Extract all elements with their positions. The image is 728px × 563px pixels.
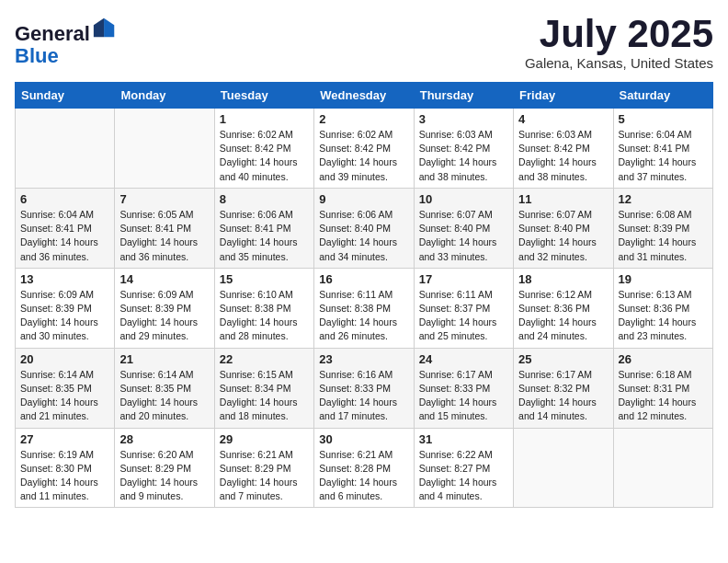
day-number: 22 [220, 352, 309, 366]
month-title: July 2025 [525, 15, 713, 53]
page-header: General Blue July 2025 Galena, Kansas, U… [15, 15, 713, 71]
weekday-header: Monday [115, 83, 214, 109]
title-block: July 2025 Galena, Kansas, United States [525, 15, 713, 71]
calendar-cell: 3Sunrise: 6:03 AM Sunset: 8:42 PM Daylig… [414, 109, 513, 189]
day-info: Sunrise: 6:17 AM Sunset: 8:33 PM Dayligh… [419, 368, 508, 424]
day-info: Sunrise: 6:08 AM Sunset: 8:39 PM Dayligh… [619, 208, 708, 264]
day-number: 24 [419, 352, 508, 366]
day-number: 18 [518, 272, 608, 286]
calendar-cell: 20Sunrise: 6:14 AM Sunset: 8:35 PM Dayli… [16, 348, 115, 428]
calendar-cell [16, 109, 115, 189]
calendar-cell: 23Sunrise: 6:16 AM Sunset: 8:33 PM Dayli… [314, 348, 414, 428]
day-number: 5 [619, 112, 708, 126]
day-info: Sunrise: 6:03 AM Sunset: 8:42 PM Dayligh… [419, 128, 508, 184]
day-info: Sunrise: 6:14 AM Sunset: 8:35 PM Dayligh… [20, 368, 109, 424]
day-number: 30 [319, 432, 408, 446]
weekday-header: Thursday [414, 83, 513, 109]
calendar-cell: 15Sunrise: 6:10 AM Sunset: 8:38 PM Dayli… [214, 268, 313, 348]
calendar-header-row: SundayMondayTuesdayWednesdayThursdayFrid… [16, 83, 713, 109]
day-info: Sunrise: 6:09 AM Sunset: 8:39 PM Dayligh… [20, 288, 109, 344]
day-info: Sunrise: 6:21 AM Sunset: 8:29 PM Dayligh… [220, 448, 309, 504]
day-info: Sunrise: 6:07 AM Sunset: 8:40 PM Dayligh… [518, 208, 608, 264]
svg-marker-1 [94, 18, 104, 38]
calendar-cell: 8Sunrise: 6:06 AM Sunset: 8:41 PM Daylig… [214, 188, 313, 268]
day-info: Sunrise: 6:18 AM Sunset: 8:31 PM Dayligh… [619, 368, 708, 424]
logo-icon [92, 15, 118, 40]
day-info: Sunrise: 6:09 AM Sunset: 8:39 PM Dayligh… [119, 288, 209, 344]
day-number: 19 [619, 272, 708, 286]
day-info: Sunrise: 6:06 AM Sunset: 8:40 PM Dayligh… [319, 208, 408, 264]
logo-blue: Blue [15, 44, 59, 67]
day-info: Sunrise: 6:17 AM Sunset: 8:32 PM Dayligh… [518, 368, 608, 424]
calendar-cell: 21Sunrise: 6:14 AM Sunset: 8:35 PM Dayli… [115, 348, 214, 428]
calendar-cell: 17Sunrise: 6:11 AM Sunset: 8:37 PM Dayli… [414, 268, 513, 348]
day-number: 2 [319, 112, 408, 126]
calendar-cell: 1Sunrise: 6:02 AM Sunset: 8:42 PM Daylig… [214, 109, 313, 189]
day-info: Sunrise: 6:10 AM Sunset: 8:38 PM Dayligh… [220, 288, 309, 344]
calendar-cell: 10Sunrise: 6:07 AM Sunset: 8:40 PM Dayli… [414, 188, 513, 268]
day-info: Sunrise: 6:02 AM Sunset: 8:42 PM Dayligh… [220, 128, 309, 184]
day-info: Sunrise: 6:11 AM Sunset: 8:37 PM Dayligh… [419, 288, 508, 344]
calendar-cell: 22Sunrise: 6:15 AM Sunset: 8:34 PM Dayli… [214, 348, 313, 428]
location: Galena, Kansas, United States [525, 55, 713, 71]
day-number: 23 [319, 352, 408, 366]
calendar-cell: 31Sunrise: 6:22 AM Sunset: 8:27 PM Dayli… [414, 428, 513, 508]
calendar-cell: 7Sunrise: 6:05 AM Sunset: 8:41 PM Daylig… [115, 188, 214, 268]
calendar-cell: 2Sunrise: 6:02 AM Sunset: 8:42 PM Daylig… [314, 109, 414, 189]
calendar-cell: 16Sunrise: 6:11 AM Sunset: 8:38 PM Dayli… [314, 268, 414, 348]
day-info: Sunrise: 6:20 AM Sunset: 8:29 PM Dayligh… [119, 448, 209, 504]
day-number: 16 [319, 272, 408, 286]
weekday-header: Friday [514, 83, 613, 109]
calendar-cell: 19Sunrise: 6:13 AM Sunset: 8:36 PM Dayli… [613, 268, 712, 348]
calendar-week-row: 13Sunrise: 6:09 AM Sunset: 8:39 PM Dayli… [16, 268, 713, 348]
day-info: Sunrise: 6:04 AM Sunset: 8:41 PM Dayligh… [619, 128, 708, 184]
calendar-cell: 9Sunrise: 6:06 AM Sunset: 8:40 PM Daylig… [314, 188, 414, 268]
calendar-cell: 6Sunrise: 6:04 AM Sunset: 8:41 PM Daylig… [16, 188, 115, 268]
day-info: Sunrise: 6:07 AM Sunset: 8:40 PM Dayligh… [419, 208, 508, 264]
calendar-cell: 4Sunrise: 6:03 AM Sunset: 8:42 PM Daylig… [514, 109, 613, 189]
day-number: 15 [220, 272, 309, 286]
day-number: 6 [20, 192, 109, 206]
day-number: 14 [119, 272, 209, 286]
day-number: 31 [419, 432, 508, 446]
logo: General Blue [15, 15, 118, 67]
calendar-cell: 25Sunrise: 6:17 AM Sunset: 8:32 PM Dayli… [514, 348, 613, 428]
calendar-cell: 28Sunrise: 6:20 AM Sunset: 8:29 PM Dayli… [115, 428, 214, 508]
day-info: Sunrise: 6:14 AM Sunset: 8:35 PM Dayligh… [119, 368, 209, 424]
day-info: Sunrise: 6:06 AM Sunset: 8:41 PM Dayligh… [220, 208, 309, 264]
day-number: 4 [518, 112, 608, 126]
day-info: Sunrise: 6:03 AM Sunset: 8:42 PM Dayligh… [518, 128, 608, 184]
day-info: Sunrise: 6:22 AM Sunset: 8:27 PM Dayligh… [419, 448, 508, 504]
calendar-cell: 30Sunrise: 6:21 AM Sunset: 8:28 PM Dayli… [314, 428, 414, 508]
day-info: Sunrise: 6:13 AM Sunset: 8:36 PM Dayligh… [619, 288, 708, 344]
calendar-cell: 14Sunrise: 6:09 AM Sunset: 8:39 PM Dayli… [115, 268, 214, 348]
calendar-week-row: 6Sunrise: 6:04 AM Sunset: 8:41 PM Daylig… [16, 188, 713, 268]
day-number: 21 [119, 352, 209, 366]
day-info: Sunrise: 6:02 AM Sunset: 8:42 PM Dayligh… [319, 128, 408, 184]
svg-marker-0 [104, 18, 114, 38]
calendar-week-row: 20Sunrise: 6:14 AM Sunset: 8:35 PM Dayli… [16, 348, 713, 428]
day-info: Sunrise: 6:21 AM Sunset: 8:28 PM Dayligh… [319, 448, 408, 504]
day-number: 1 [220, 112, 309, 126]
day-number: 20 [20, 352, 109, 366]
day-number: 28 [119, 432, 209, 446]
calendar-cell: 5Sunrise: 6:04 AM Sunset: 8:41 PM Daylig… [613, 109, 712, 189]
calendar-cell [613, 428, 712, 508]
day-number: 12 [619, 192, 708, 206]
day-info: Sunrise: 6:04 AM Sunset: 8:41 PM Dayligh… [20, 208, 109, 264]
day-number: 17 [419, 272, 508, 286]
calendar-cell: 11Sunrise: 6:07 AM Sunset: 8:40 PM Dayli… [514, 188, 613, 268]
day-number: 9 [319, 192, 408, 206]
calendar-week-row: 1Sunrise: 6:02 AM Sunset: 8:42 PM Daylig… [16, 109, 713, 189]
calendar-cell: 27Sunrise: 6:19 AM Sunset: 8:30 PM Dayli… [16, 428, 115, 508]
calendar-cell: 13Sunrise: 6:09 AM Sunset: 8:39 PM Dayli… [16, 268, 115, 348]
weekday-header: Wednesday [314, 83, 414, 109]
day-info: Sunrise: 6:16 AM Sunset: 8:33 PM Dayligh… [319, 368, 408, 424]
day-info: Sunrise: 6:19 AM Sunset: 8:30 PM Dayligh… [20, 448, 109, 504]
day-number: 7 [119, 192, 209, 206]
day-number: 13 [20, 272, 109, 286]
weekday-header: Sunday [16, 83, 115, 109]
calendar-table: SundayMondayTuesdayWednesdayThursdayFrid… [15, 82, 713, 508]
day-number: 3 [419, 112, 508, 126]
day-number: 8 [220, 192, 309, 206]
